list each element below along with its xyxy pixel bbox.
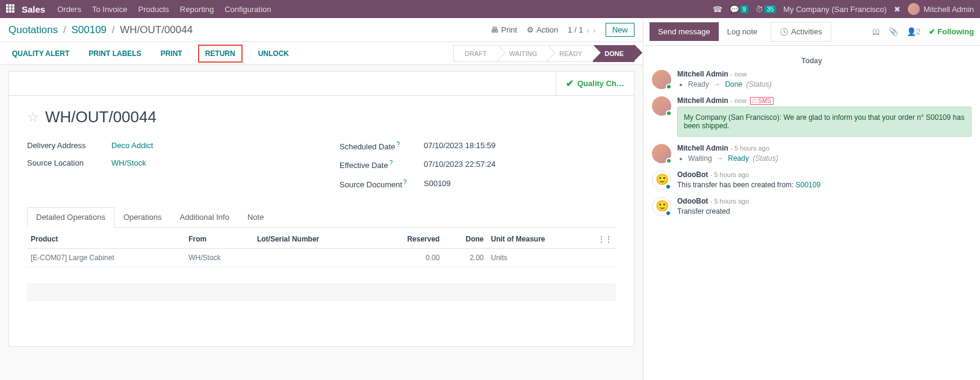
status-waiting[interactable]: WAITING [498,45,548,62]
debug-icon[interactable]: ✖ [894,5,901,14]
user-avatar [652,144,671,163]
msg-link[interactable]: S00109 [796,181,820,189]
unlock-button[interactable]: UNLOCK [255,47,293,60]
followers-count[interactable]: 👤2 [907,27,920,36]
col-lot[interactable]: Lot/Serial Number [253,230,374,249]
breadcrumb: Quotations / S00109 / WH/OUT/00044 [8,24,193,36]
favorite-star-icon[interactable]: ☆ [27,110,39,125]
col-reserved[interactable]: Reserved [374,230,444,249]
tab-note[interactable]: Note [238,207,273,227]
following-button[interactable]: Following [929,27,974,36]
return-button[interactable]: RETURN [198,45,243,63]
delivery-address-value[interactable]: Deco Addict [111,141,153,150]
quality-checks-button[interactable]: Quality Ch… [556,72,634,95]
form-sheet: Quality Ch… ☆ WH/OUT/00044 Delivery Addr… [8,71,634,347]
activities-button[interactable]: Activities [771,22,831,42]
status-draft[interactable]: DRAFT [453,45,498,62]
delivery-address-label: Delivery Address [27,141,111,150]
statusbar: QUALITY ALERT PRINT LABELS PRINT RETURN … [0,42,643,65]
send-message-button[interactable]: Send message [650,22,719,41]
tab-operations[interactable]: Operations [114,207,171,227]
voip-icon[interactable]: ☎ [713,5,722,14]
topmenu-products[interactable]: Products [138,5,169,14]
topmenu-reporting[interactable]: Reporting [180,5,214,14]
breadcrumb-root[interactable]: Quotations [8,24,58,36]
print-button[interactable]: PRINT [157,47,186,60]
col-from[interactable]: From [185,230,253,249]
apps-icon[interactable] [6,4,16,14]
chatter-message: Mitchell Admin - now □ SMSMy Company (Sa… [652,96,972,137]
messaging-icon[interactable]: 💬9 [730,5,749,14]
optional-columns-icon[interactable]: ⋮⋮ [594,230,616,249]
user-avatar [652,96,671,116]
action-dropdown[interactable]: Action [527,25,558,34]
sms-badge: □ SMS [750,97,774,105]
control-panel: Quotations / S00109 / WH/OUT/00044 Print… [0,18,643,42]
log-note-button[interactable]: Log note [719,22,766,41]
chatter-message: Mitchell Admin - nowReady → Done (Status… [652,70,972,89]
print-dropdown[interactable]: Print [491,25,517,34]
table-row[interactable]: [E-COM07] Large CabinetWH/Stock0.002.00U… [27,248,616,267]
new-button[interactable]: New [606,23,634,37]
breadcrumb-current: WH/OUT/00044 [120,24,193,36]
chatter: Send message Log note Activities 🕮 📎 👤2 … [643,18,980,380]
source-location-value[interactable]: WH/Stock [111,158,146,167]
attachments-icon[interactable]: 🕮 [872,27,880,36]
source-document-label: Source Document? [340,179,424,189]
page-title: WH/OUT/00044 [45,108,157,126]
col-product[interactable]: Product [27,230,185,249]
source-document-value: S00109 [424,179,451,189]
source-location-label: Source Location [27,158,111,167]
print-labels-button[interactable]: PRINT LABELS [85,47,144,60]
bot-avatar [652,197,671,216]
topbar: Sales OrdersTo InvoiceProductsReportingC… [0,0,980,18]
quality-alert-button[interactable]: QUALITY ALERT [8,47,73,60]
brand[interactable]: Sales [22,4,45,14]
tab-additional-info[interactable]: Additional Info [171,207,238,227]
activities-icon[interactable]: ⏱35 [755,5,776,14]
topmenu-configuration[interactable]: Configuration [225,5,271,14]
topmenu-orders[interactable]: Orders [57,5,81,14]
user-avatar [652,70,671,89]
tab-detailed-operations[interactable]: Detailed Operations [27,207,114,228]
chatter-message: Mitchell Admin - 5 hours agoWaiting → Re… [652,144,972,163]
chatter-message: OdooBot - 5 hours agoThis transfer has b… [652,170,972,190]
attach-icon[interactable]: 📎 [889,27,898,36]
scheduled-date-value: 07/10/2023 18:15:59 [424,141,495,151]
bot-avatar [652,170,671,190]
avatar [908,3,920,15]
breadcrumb-parent[interactable]: S00109 [71,24,107,36]
col-done[interactable]: Done [443,230,487,249]
operations-table: Product From Lot/Serial Number Reserved … [27,230,616,335]
pager: 1 / 1 ‹ › [568,25,596,35]
effective-date-value: 07/10/2023 22:57:24 [424,160,495,170]
chatter-message: OdooBot - 5 hours agoTransfer created [652,197,972,216]
pager-prev[interactable]: ‹ [587,25,590,35]
topmenu-to-invoice[interactable]: To Invoice [92,5,128,14]
effective-date-label: Effective Date? [340,160,424,170]
user-menu[interactable]: Mitchell Admin [908,3,974,15]
company-switcher[interactable]: My Company (San Francisco) [783,5,887,14]
pager-next[interactable]: › [593,25,596,35]
chatter-date-today: Today [652,57,972,65]
scheduled-date-label: Scheduled Date? [340,141,424,151]
col-uom[interactable]: Unit of Measure [488,230,594,249]
